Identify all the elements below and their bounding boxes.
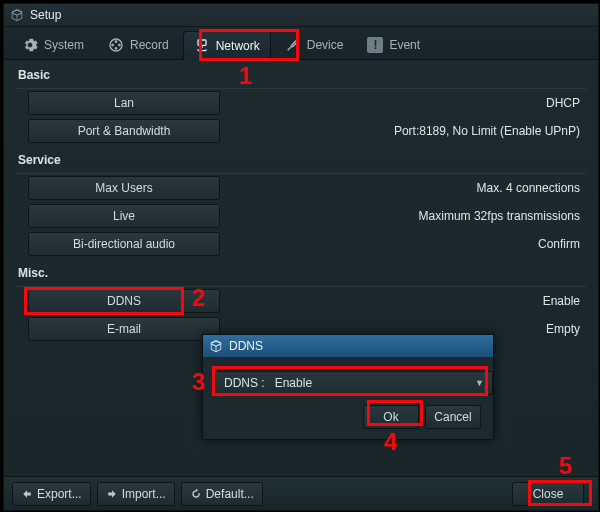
- ddns-dialog: DDNS DDNS : Enable ▼ Ok Cancel: [202, 334, 494, 440]
- dialog-cube-icon: [209, 339, 223, 353]
- misc-ddns-value: Enable: [543, 294, 586, 308]
- button-label: Export...: [37, 487, 82, 501]
- button-label: Live: [113, 209, 135, 223]
- tab-record[interactable]: Record: [98, 31, 179, 59]
- dialog-title: DDNS: [229, 339, 263, 353]
- misc-email-value: Empty: [546, 322, 586, 336]
- button-label: Cancel: [434, 410, 471, 424]
- alert-icon: !: [367, 37, 383, 53]
- button-label: Bi-directional audio: [73, 237, 175, 251]
- network-icon: [194, 38, 210, 54]
- button-label: Max Users: [95, 181, 152, 195]
- basic-portbw-button[interactable]: Port & Bandwidth: [28, 119, 220, 143]
- tab-label: Device: [307, 38, 344, 52]
- button-label: E-mail: [107, 322, 141, 336]
- service-live-value: Maximum 32fps transmissions: [419, 209, 586, 223]
- refresh-icon: [190, 488, 202, 500]
- tab-network[interactable]: Network: [183, 31, 271, 60]
- window-title: Setup: [30, 8, 61, 22]
- svg-point-3: [118, 44, 120, 46]
- combo-text: DDNS : Enable: [224, 376, 312, 390]
- tab-event[interactable]: ! Event: [357, 31, 430, 59]
- reel-icon: [108, 37, 124, 53]
- chevron-down-icon: ▼: [475, 378, 484, 388]
- misc-ddns-button[interactable]: DDNS: [28, 289, 220, 313]
- section-header-basic: Basic: [16, 60, 586, 89]
- tab-device[interactable]: Device: [275, 31, 354, 59]
- service-live-button[interactable]: Live: [28, 204, 220, 228]
- import-button[interactable]: Import...: [97, 482, 175, 506]
- tab-label: Event: [389, 38, 420, 52]
- button-label: Import...: [122, 487, 166, 501]
- footer-bar: Export... Import... Default... Close: [4, 476, 598, 510]
- import-icon: [106, 488, 118, 500]
- misc-email-button[interactable]: E-mail: [28, 317, 220, 341]
- dialog-ok-button[interactable]: Ok: [363, 405, 419, 429]
- ddns-combo[interactable]: DDNS : Enable ▼: [215, 371, 493, 395]
- dialog-cancel-button[interactable]: Cancel: [425, 405, 481, 429]
- service-biaudio-button[interactable]: Bi-directional audio: [28, 232, 220, 256]
- section-header-misc: Misc.: [16, 258, 586, 287]
- button-label: Port & Bandwidth: [78, 124, 171, 138]
- svg-point-4: [115, 47, 117, 49]
- button-label: DDNS: [107, 294, 141, 308]
- default-button[interactable]: Default...: [181, 482, 263, 506]
- app-cube-icon: [10, 8, 24, 22]
- dialog-titlebar: DDNS: [203, 335, 493, 357]
- svg-point-2: [112, 44, 114, 46]
- section-header-service: Service: [16, 145, 586, 174]
- svg-point-1: [115, 41, 117, 43]
- tab-system[interactable]: System: [12, 31, 94, 59]
- export-icon: [21, 488, 33, 500]
- tab-bar: System Record Network Device ! Event: [4, 27, 598, 60]
- setup-window: Setup System Record Network Device !: [3, 3, 599, 511]
- tools-icon: [285, 37, 301, 53]
- tab-label: Network: [216, 39, 260, 53]
- svg-rect-5: [198, 40, 206, 45]
- button-label: Ok: [383, 410, 398, 424]
- button-label: Lan: [114, 96, 134, 110]
- basic-lan-button[interactable]: Lan: [28, 91, 220, 115]
- tab-label: System: [44, 38, 84, 52]
- tab-label: Record: [130, 38, 169, 52]
- service-biaudio-value: Confirm: [538, 237, 586, 251]
- basic-portbw-value: Port:8189, No Limit (Enable UPnP): [394, 124, 586, 138]
- button-label: Default...: [206, 487, 254, 501]
- close-button[interactable]: Close: [512, 482, 584, 506]
- export-button[interactable]: Export...: [12, 482, 91, 506]
- titlebar: Setup: [4, 4, 598, 27]
- gear-icon: [22, 37, 38, 53]
- service-maxusers-value: Max. 4 connections: [477, 181, 586, 195]
- service-maxusers-button[interactable]: Max Users: [28, 176, 220, 200]
- button-label: Close: [533, 487, 564, 501]
- settings-body: Basic Lan DHCP Port & Bandwidth Port:818…: [4, 60, 598, 343]
- basic-lan-value: DHCP: [546, 96, 586, 110]
